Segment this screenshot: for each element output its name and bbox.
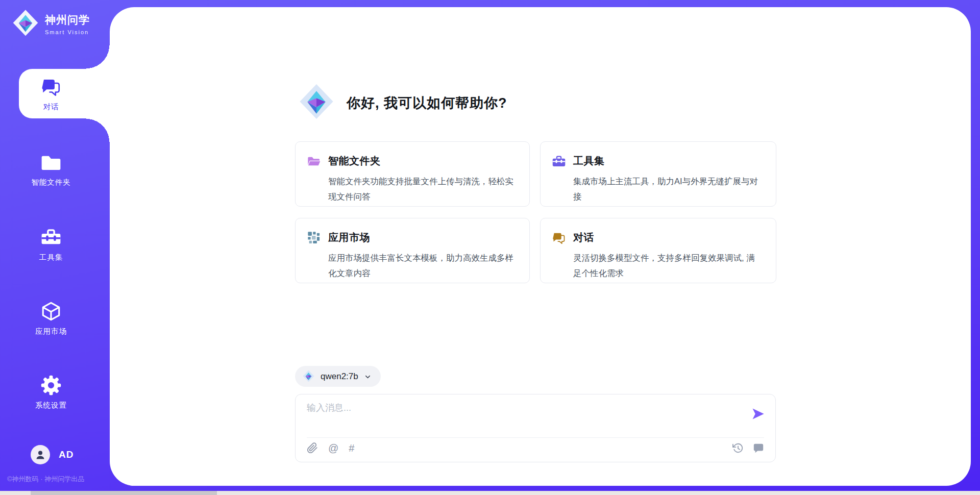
card-title: 应用市场: [328, 231, 516, 244]
sidebar-item-smart-folder[interactable]: 智能文件夹: [0, 152, 102, 187]
sidebar-item-label: 工具集: [39, 253, 63, 262]
send-icon: [751, 407, 765, 421]
sidebar-item-settings[interactable]: 系统设置: [0, 375, 102, 410]
gear-icon: [40, 375, 62, 396]
brand-subtitle: Smart Vision: [45, 29, 90, 35]
card-description: 智能文件夹功能支持批量文件上传与清洗，轻松实现文件问答: [328, 174, 516, 204]
card-smart-folder[interactable]: 智能文件夹 智能文件夹功能支持批量文件上传与清洗，轻松实现文件问答: [295, 141, 530, 207]
card-description: 灵活切换多模型文件，支持多样回复效果调试, 满足个性化需求: [573, 250, 763, 281]
card-title: 智能文件夹: [328, 154, 516, 168]
assistant-logo-diamond-icon: [298, 82, 335, 125]
welcome-header: 你好, 我可以如何帮助你?: [298, 82, 507, 125]
sidebar-item-label: 对话: [43, 102, 59, 112]
horizontal-scrollbar-thumb[interactable]: [31, 491, 217, 495]
card-description: 应用市场提供丰富长文本模板，助力高效生成多样化文章内容: [328, 250, 516, 281]
copyright: ©神州数码 · 神州问学出品: [7, 475, 84, 484]
send-button[interactable]: [751, 407, 765, 421]
user-name: AD: [59, 449, 74, 460]
sidebar-item-label: 系统设置: [35, 401, 67, 410]
cube-icon: [40, 301, 62, 322]
message-composer: @ #: [295, 394, 776, 462]
toolbox-icon: [40, 227, 62, 248]
folder-icon: [40, 152, 62, 173]
folder-open-icon: [307, 154, 321, 168]
card-chat[interactable]: 对话 灵活切换多模型文件，支持多样回复效果调试, 满足个性化需求: [540, 218, 776, 283]
brand-text: 神州问学 Smart Vision: [45, 13, 90, 35]
chat-icon: [552, 231, 566, 245]
brand-logo-diamond-icon: [11, 8, 40, 40]
model-selector[interactable]: qwen2:7b: [295, 366, 381, 387]
message-input[interactable]: [307, 402, 741, 433]
person-icon: [34, 449, 46, 461]
card-title: 工具集: [573, 154, 763, 168]
sidebar-item-app-market[interactable]: 应用市场: [0, 301, 102, 336]
sidebar-item-label: 智能文件夹: [31, 178, 71, 187]
mention-icon[interactable]: @: [328, 442, 338, 454]
app-window: 神州问学 Smart Vision 对话 智能文件夹 工具集: [0, 0, 980, 495]
composer-divider: [307, 437, 764, 438]
card-app-market[interactable]: 应用市场 应用市场提供丰富长文本模板，助力高效生成多样化文章内容: [295, 218, 530, 283]
user-account[interactable]: AD: [31, 445, 74, 464]
card-description: 集成市场上主流工具，助力AI与外界无缝扩展与对接: [573, 174, 763, 204]
avatar: [31, 445, 50, 464]
card-toolbox[interactable]: 工具集 集成市场上主流工具，助力AI与外界无缝扩展与对接: [540, 141, 776, 207]
brand: 神州问学 Smart Vision: [11, 8, 90, 40]
topic-icon[interactable]: #: [349, 442, 354, 454]
chat-icon: [40, 76, 62, 97]
brand-name: 神州问学: [45, 13, 90, 27]
model-name: qwen2:7b: [321, 372, 358, 382]
model-logo-diamond-icon: [302, 369, 315, 384]
toolbox-icon: [552, 154, 566, 168]
sidebar-item-chat[interactable]: 对话: [0, 76, 102, 112]
conversation-icon[interactable]: [753, 442, 764, 454]
sidebar-item-label: 应用市场: [35, 327, 67, 336]
app-grid-icon: [307, 231, 321, 245]
history-icon[interactable]: [732, 442, 744, 454]
feature-cards: 智能文件夹 智能文件夹功能支持批量文件上传与清洗，轻松实现文件问答 工具集 集成…: [295, 141, 776, 283]
composer-tools-right: [732, 442, 764, 454]
greeting-text: 你好, 我可以如何帮助你?: [347, 94, 507, 112]
attachment-icon[interactable]: [307, 442, 318, 454]
card-title: 对话: [573, 231, 763, 244]
horizontal-scrollbar[interactable]: [0, 491, 980, 495]
sidebar-item-toolbox[interactable]: 工具集: [0, 227, 102, 262]
chevron-down-icon: [364, 373, 372, 381]
composer-tools-left: @ #: [307, 442, 354, 454]
